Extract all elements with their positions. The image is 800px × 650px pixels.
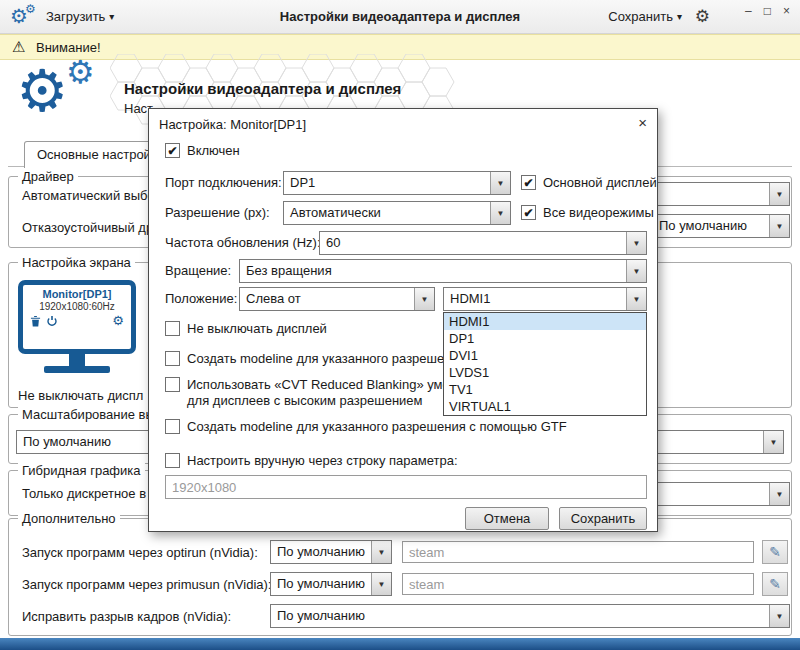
chevron-down-icon: ▼ <box>763 431 783 453</box>
combo-value: По умолчанию <box>271 605 769 627</box>
dropdown-item-virtual1[interactable]: VIRTUAL1 <box>444 398 646 415</box>
chevron-down-icon: ▼ <box>490 202 510 224</box>
pencil-icon: ✎ <box>769 544 781 560</box>
monitor-name: Monitor[DP1] <box>42 288 111 300</box>
chevron-down-icon: ▼ <box>626 288 646 310</box>
combo-value: Слева от <box>240 288 414 310</box>
chevron-down-icon: ▾ <box>677 11 682 22</box>
combo-value: По умолчанию <box>271 541 371 563</box>
chevron-down-icon: ▼ <box>626 232 646 254</box>
checkbox-box <box>165 321 180 336</box>
optirun-command-input[interactable] <box>402 541 754 563</box>
monitor-base <box>44 366 110 373</box>
failsafe-driver-label: Отказоустойчивый др <box>22 220 153 235</box>
optirun-edit-button[interactable]: ✎ <box>762 540 788 564</box>
optirun-combo[interactable]: По умолчанию ▼ <box>270 540 392 564</box>
save-button[interactable]: Сохранить <box>559 507 647 530</box>
port-label: Порт подключения: <box>165 171 282 195</box>
enabled-checkbox[interactable]: ✔ Включен <box>165 143 240 158</box>
tearfree-combo[interactable]: По умолчанию ▼ <box>270 604 790 628</box>
resolution-combo[interactable]: Автоматически ▼ <box>283 201 511 225</box>
combo-value: По умолчанию <box>271 573 371 595</box>
rotation-combo[interactable]: Без вращения ▼ <box>239 259 647 283</box>
refresh-rate-combo[interactable]: 60 ▼ <box>319 231 647 255</box>
warning-text: Внимание! <box>36 40 101 55</box>
primus-edit-button[interactable]: ✎ <box>762 572 788 596</box>
manual-mode-checkbox[interactable]: Настроить вручную через строку параметра… <box>165 453 458 468</box>
keep-display-on-label: Не выключать дисплей <box>187 321 327 336</box>
manual-mode-input[interactable] <box>165 475 647 499</box>
checkbox-box: ✔ <box>521 175 536 190</box>
refresh-rate-label: Частота обновления (Hz): <box>165 231 321 255</box>
warning-icon: ⚠ <box>12 38 25 56</box>
port-combo[interactable]: DP1 ▼ <box>283 171 511 195</box>
monitor-stand <box>69 354 85 366</box>
driver-group-legend: Драйвер <box>18 169 78 184</box>
modeline-checkbox[interactable]: Создать modeline для указанного разрешен… <box>165 351 466 366</box>
monitor-settings-dialog: Настройка: Monitor[DP1] × ✔ Включен Порт… <box>148 108 658 532</box>
checkbox-box: ✔ <box>165 143 180 158</box>
primary-display-checkbox[interactable]: ✔ Основной дисплей <box>521 175 657 190</box>
extra-group-legend: Дополнительно <box>18 511 120 526</box>
primus-combo[interactable]: По умолчанию ▼ <box>270 572 392 596</box>
checkbox-box: ✔ <box>521 205 536 220</box>
window-controls: – □ × <box>745 4 790 18</box>
pencil-icon: ✎ <box>769 576 781 592</box>
dropdown-item-lvds1[interactable]: LVDS1 <box>444 364 646 381</box>
optirun-label: Запуск программ через optirun (nVidia): <box>22 545 258 560</box>
monitor-widget[interactable]: Monitor[DP1] 1920x1080:60Hz ⚙ <box>18 280 136 373</box>
all-videomodes-checkbox[interactable]: ✔ Все видеорежимы <box>521 205 654 220</box>
application-window: ⚙ ⚙ Загрузить ▾ Настройки видеоадаптера … <box>0 0 800 650</box>
minimize-button[interactable]: – <box>745 4 752 18</box>
auto-driver-label: Автоматический выбо <box>22 188 155 203</box>
combo-value: Без вращения <box>240 260 626 282</box>
maximize-button[interactable]: □ <box>764 4 771 18</box>
trash-icon[interactable] <box>30 315 41 327</box>
chevron-down-icon: ▼ <box>414 288 434 310</box>
dropdown-item-dp1[interactable]: DP1 <box>444 330 646 347</box>
save-menu-button[interactable]: Сохранить ▾ <box>608 9 682 24</box>
dialog-close-button[interactable]: × <box>638 115 647 130</box>
monitor-mode: 1920x1080:60Hz <box>39 301 115 312</box>
screen-group-legend: Настройка экрана <box>18 255 135 270</box>
enabled-checkbox-label: Включен <box>187 143 240 158</box>
chevron-down-icon: ▼ <box>626 260 646 282</box>
keep-display-on-checkbox[interactable]: Не выключать дисплей <box>165 321 327 336</box>
hybrid-mode-label: Только дискретное в <box>22 486 146 501</box>
position-combo[interactable]: Слева от ▼ <box>239 287 435 311</box>
gtf-modeline-checkbox[interactable]: Создать modeline для указанного разрешен… <box>165 419 567 434</box>
combo-value: Автоматически <box>284 202 490 224</box>
cancel-button[interactable]: Отмена <box>465 507 549 530</box>
checkbox-box <box>165 351 180 366</box>
scaling-group-legend: Масштабирование вы <box>18 407 159 422</box>
checkbox-box <box>165 377 180 392</box>
monitor-gear-icon[interactable]: ⚙ <box>112 314 124 327</box>
manual-mode-label: Настроить вручную через строку параметра… <box>187 453 458 468</box>
status-bar <box>0 638 800 650</box>
relative-display-combo[interactable]: HDMI1 ▼ <box>443 287 647 311</box>
header-gear-small-icon: ⚙ <box>66 56 95 88</box>
dropdown-item-dvi1[interactable]: DVI1 <box>444 347 646 364</box>
checkbox-box <box>165 453 180 468</box>
close-button[interactable]: × <box>783 4 790 18</box>
primus-command-input[interactable] <box>402 573 754 595</box>
relative-display-dropdown-list: HDMI1 DP1 DVI1 LVDS1 TV1 VIRTUAL1 <box>443 312 647 416</box>
primus-label: Запуск программ через primusun (nVidia): <box>22 577 271 592</box>
chevron-down-icon: ▼ <box>490 172 510 194</box>
settings-gear-button[interactable]: ⚙ <box>695 8 710 25</box>
chevron-down-icon: ▼ <box>769 215 789 237</box>
power-icon[interactable] <box>46 315 58 327</box>
modeline-label: Создать modeline для указанного разрешен… <box>187 351 466 366</box>
gtf-modeline-label: Создать modeline для указанного разрешен… <box>187 419 567 434</box>
cvt-reduced-blanking-checkbox[interactable]: Использовать «CVT Reduced Blanking» умен… <box>165 377 464 409</box>
primary-display-label: Основной дисплей <box>543 175 657 190</box>
dropdown-item-tv1[interactable]: TV1 <box>444 381 646 398</box>
header-gear-large-icon: ⚙ <box>16 62 68 120</box>
hybrid-group-legend: Гибридная графика <box>18 463 145 478</box>
dropdown-item-hdmi1[interactable]: HDMI1 <box>444 313 646 330</box>
combo-value: 60 <box>320 232 626 254</box>
combo-value: По умолчанию <box>653 215 769 237</box>
dialog-title: Настройка: Monitor[DP1] <box>159 117 306 132</box>
failsafe-driver-combo[interactable]: По умолчанию ▼ <box>652 214 790 238</box>
chevron-down-icon: ▼ <box>371 573 391 595</box>
